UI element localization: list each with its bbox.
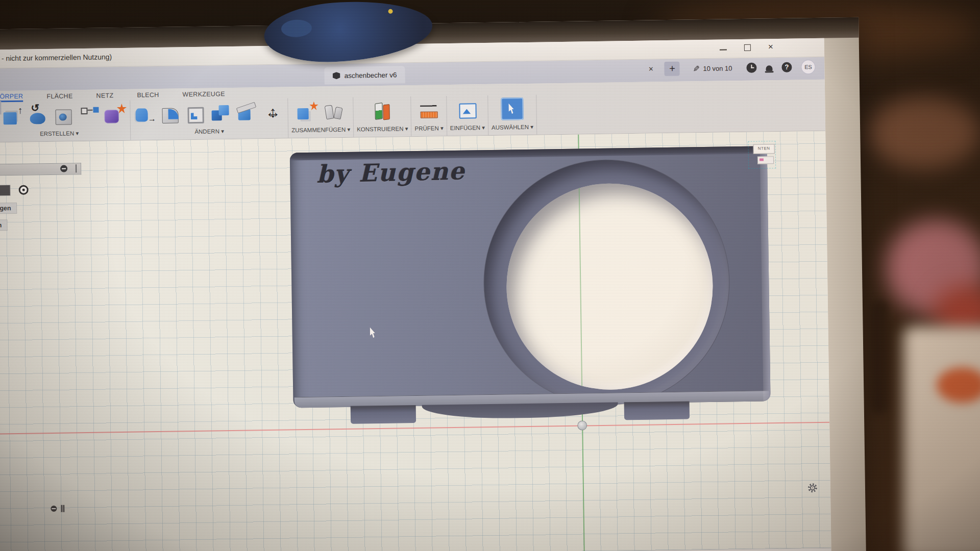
ribbon-group-label[interactable]: ERSTELLEN ▾: [40, 130, 79, 137]
extrude-icon[interactable]: [1, 104, 25, 128]
viewcube-fragment[interactable]: NTEN: [753, 144, 775, 154]
ribbon-group: AUSWÄHLEN ▾: [488, 95, 537, 135]
newcomp-icon[interactable]: [296, 100, 320, 124]
model-back-wall: [422, 402, 618, 419]
user-avatar[interactable]: ES: [801, 60, 815, 74]
ribbon-group-icons: [417, 96, 441, 124]
laptop: ich - nicht zur kommerziellen Nutzung) ×…: [0, 17, 867, 551]
ribbon-group-icons: [455, 95, 479, 123]
help-icon[interactable]: ?: [781, 62, 792, 72]
ribbon-group-label[interactable]: PRÜFEN ▾: [414, 124, 443, 132]
ribbon-group: ZUSAMMENFÜGEN ▾: [288, 97, 354, 138]
restore-icon[interactable]: [744, 44, 751, 51]
ribbon-group-icons: [296, 97, 346, 126]
file-menu-caret[interactable]: ▼: [0, 101, 2, 114]
ribbon-group: PRÜFEN ▾: [411, 96, 447, 136]
ribbon-group-label[interactable]: ÄNDERN ▾: [194, 128, 224, 135]
insertimg-icon[interactable]: [455, 97, 479, 121]
blurred-dark-rod: [870, 301, 888, 413]
browser-panel-header[interactable]: [0, 163, 81, 176]
edit-version-icon[interactable]: ✎: [693, 64, 700, 73]
close-tab-icon[interactable]: ×: [646, 64, 655, 73]
ribbon-group: KONSTRUIEREN ▾: [353, 96, 411, 137]
ribbon-tab-werkzeuge[interactable]: WERKZEUGE: [182, 90, 225, 99]
browser-item[interactable]: ungen: [0, 203, 16, 214]
minimize-icon[interactable]: [720, 49, 727, 50]
engraved-text: by Eugene: [316, 157, 466, 188]
browser-item[interactable]: ten: [0, 220, 7, 230]
ashtray-model[interactable]: by Eugene: [290, 146, 771, 408]
split-icon[interactable]: [235, 101, 259, 124]
document-tab-label: aschenbecher v6: [344, 71, 397, 79]
measure-icon[interactable]: [417, 98, 441, 122]
collapse-icon[interactable]: [60, 165, 67, 172]
timeline-pause-icon[interactable]: [61, 505, 62, 512]
red-axis-line: [0, 422, 829, 435]
ribbon-group-icons: [133, 98, 285, 128]
ribbon-group: ÄNDERN ▾: [130, 98, 288, 140]
new-tab-button[interactable]: +: [665, 62, 680, 76]
origin-widget[interactable]: [577, 420, 587, 430]
joint-icon[interactable]: [322, 99, 346, 123]
model-foot-left[interactable]: [351, 405, 416, 424]
ribbon-tab-netz[interactable]: NETZ: [96, 92, 113, 101]
ribbon-group-icons: [501, 95, 524, 123]
blurred-warm-object: [868, 97, 980, 168]
notifications-bell-icon[interactable]: [766, 65, 772, 71]
timeline-play-marker[interactable]: [51, 505, 62, 512]
select-icon[interactable]: [501, 97, 524, 120]
model-through-hole[interactable]: [505, 182, 715, 391]
hole-icon[interactable]: [52, 103, 76, 127]
ribbon-tab-fläche[interactable]: FLÄCHE: [46, 92, 72, 102]
model-foot-right[interactable]: [624, 402, 690, 420]
screen: ich - nicht zur kommerziellen Nutzung) ×…: [0, 38, 832, 551]
document-tab[interactable]: aschenbecher v6: [324, 66, 405, 84]
document-cube-icon: [332, 72, 340, 79]
ribbon-tab-blech[interactable]: BLECH: [137, 91, 159, 101]
combine-icon[interactable]: [210, 101, 234, 125]
presspull-icon[interactable]: [133, 102, 157, 126]
photo-of-laptop: ich - nicht zur kommerziellen Nutzung) ×…: [0, 0, 980, 551]
viewcube-fragment-2[interactable]: [757, 156, 774, 164]
shell-icon[interactable]: [184, 102, 208, 126]
browser-item[interactable]: v6: [0, 185, 10, 196]
panel-grip-icon[interactable]: [76, 164, 77, 172]
ribbon-group-icons: [0, 101, 127, 130]
version-label: 10 von 10: [703, 64, 732, 72]
3d-viewport[interactable]: by Eugene v6ungenten NTEN: [0, 131, 831, 551]
form-icon[interactable]: [103, 103, 127, 127]
revolve-icon[interactable]: [27, 104, 51, 128]
model-recess-circle[interactable]: [482, 158, 731, 407]
timeline-marker-icon[interactable]: [51, 506, 57, 512]
window-title: ich - nicht zur kommerziellen Nutzung): [0, 53, 112, 62]
ribbon-group: ERSTELLEN ▾: [0, 101, 131, 142]
ribbon-group: EINFÜGEN ▾: [447, 95, 488, 136]
ribbon-group-label[interactable]: ZUSAMMENFÜGEN ▾: [291, 126, 350, 134]
pattern-icon[interactable]: [78, 103, 102, 127]
ribbon-group-label[interactable]: AUSWÄHLEN ▾: [492, 123, 533, 131]
ribbon-group-label[interactable]: KONSTRUIEREN ▾: [357, 125, 408, 133]
ribbon-tab-menkörper[interactable]: MENKÖRPER: [0, 93, 23, 103]
ribbon-group-label[interactable]: EINFÜGEN ▾: [450, 124, 485, 132]
job-status-icon[interactable]: [746, 63, 756, 73]
blurred-white-box: [903, 327, 980, 551]
plane-icon[interactable]: [370, 99, 394, 123]
fillet-icon[interactable]: [159, 102, 183, 126]
close-icon[interactable]: ×: [768, 42, 773, 52]
gear-icon[interactable]: [808, 483, 817, 492]
move-icon[interactable]: [261, 101, 285, 124]
ribbon-group-icons: [370, 97, 394, 125]
